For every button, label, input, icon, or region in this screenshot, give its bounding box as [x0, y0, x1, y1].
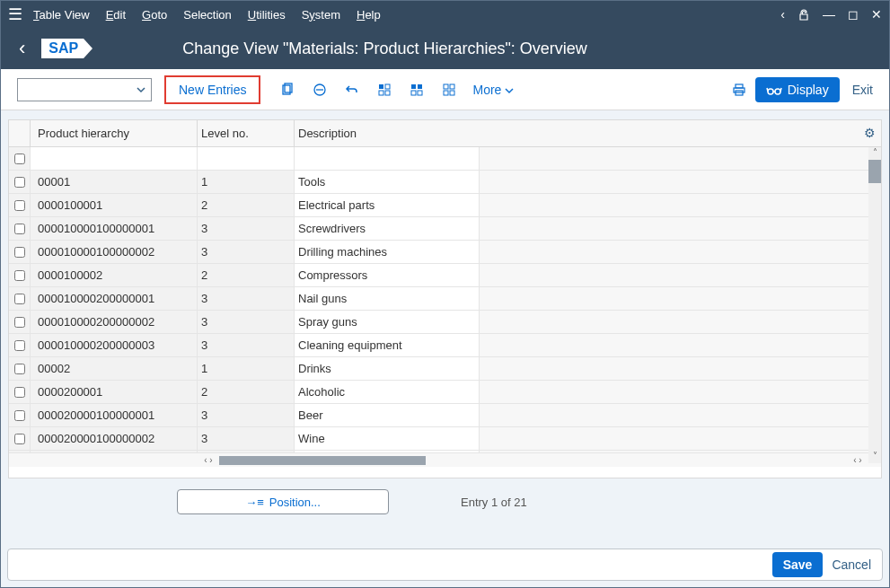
table-row[interactable]: 000021Drinks: [9, 357, 881, 381]
scroll-up-icon[interactable]: ˄: [868, 147, 881, 160]
cell-product-hierarchy[interactable]: 000020000100000001: [31, 404, 198, 427]
cancel-button[interactable]: Cancel: [832, 557, 871, 572]
table-row[interactable]: 00002000022Non-alcoholic: [9, 451, 881, 452]
cell-product-hierarchy[interactable]: 0000100001: [31, 194, 198, 217]
cell-description[interactable]: Tools: [295, 171, 480, 194]
hscroll-right-icon[interactable]: ‹ ›: [847, 455, 868, 465]
table-row[interactable]: 0000100001000000023Drilling machines: [9, 241, 881, 264]
cell-product-hierarchy[interactable]: 000010000200000001: [31, 287, 198, 311]
hscroll-left-icon[interactable]: ‹ ›: [198, 455, 219, 465]
cell-level-no[interactable]: 3: [198, 241, 295, 264]
menu-table-view[interactable]: Table View: [33, 8, 90, 22]
cell-description[interactable]: Nail guns: [295, 287, 480, 311]
row-checkbox[interactable]: [14, 294, 25, 304]
display-button[interactable]: Display: [755, 77, 840, 102]
deselect-all-icon[interactable]: [442, 83, 456, 97]
save-button[interactable]: Save: [772, 552, 824, 577]
menu-selection[interactable]: Selection: [183, 8, 231, 22]
cell-product-hierarchy[interactable]: 000010000200000002: [31, 311, 198, 334]
table-row[interactable]: 00002000012Alcoholic: [9, 381, 881, 404]
cell-level-no[interactable]: 1: [198, 357, 295, 381]
hamburger-icon[interactable]: ☰: [8, 4, 22, 24]
row-checkbox[interactable]: [14, 387, 25, 398]
cell-level-no[interactable]: 3: [198, 334, 295, 357]
table-row[interactable]: 0000100002000000033Cleaning equipment: [9, 334, 881, 357]
table-row[interactable]: 0000200001000000023Wine: [9, 427, 881, 451]
menu-goto[interactable]: Goto: [142, 8, 167, 22]
row-checkbox[interactable]: [14, 270, 25, 281]
row-checkbox[interactable]: [14, 154, 25, 164]
scroll-thumb[interactable]: [868, 160, 881, 183]
minimize-icon[interactable]: —: [823, 7, 835, 22]
scroll-down-icon[interactable]: ˅: [868, 451, 881, 463]
cell-product-hierarchy[interactable]: 0000200001: [31, 381, 198, 404]
col-header-level-no[interactable]: Level no.: [198, 120, 295, 146]
unlock-icon[interactable]: [797, 7, 810, 22]
table-row[interactable]: 0000100001000000013Screwdrivers: [9, 217, 881, 241]
menu-help[interactable]: Help: [357, 8, 381, 22]
more-dropdown[interactable]: More: [472, 83, 514, 97]
cell-product-hierarchy[interactable]: 0000200002: [31, 451, 198, 452]
cell-product-hierarchy[interactable]: 00001: [31, 171, 198, 194]
cell-description[interactable]: Compressors: [295, 264, 480, 287]
cell-level-no[interactable]: 3: [198, 404, 295, 427]
select-all-icon[interactable]: [377, 83, 392, 97]
cell-product-hierarchy[interactable]: 000020000100000002: [31, 427, 198, 451]
col-header-product-hierarchy[interactable]: Product hierarchy: [31, 120, 198, 146]
row-checkbox[interactable]: [14, 247, 25, 258]
hscroll-thumb[interactable]: [219, 456, 426, 465]
delete-icon[interactable]: [313, 83, 327, 97]
menu-system[interactable]: System: [302, 8, 340, 22]
gear-icon[interactable]: ⚙: [864, 126, 876, 140]
table-row[interactable]: 00001000022Compressors: [9, 264, 881, 287]
cell-description[interactable]: Spray guns: [295, 311, 480, 334]
cell-level-no[interactable]: 3: [198, 311, 295, 334]
row-checkbox[interactable]: [14, 317, 25, 328]
cell-description[interactable]: Beer: [295, 404, 480, 427]
maximize-icon[interactable]: ◻: [848, 7, 859, 22]
cell-level-no[interactable]: 3: [198, 217, 295, 241]
table-row[interactable]: 0000100002000000013Nail guns: [9, 287, 881, 311]
prev-icon[interactable]: ‹: [780, 7, 785, 22]
cell-description[interactable]: Drilling machines: [295, 241, 480, 264]
row-checkbox[interactable]: [14, 364, 25, 374]
copy-icon[interactable]: [280, 83, 295, 97]
cell-product-hierarchy[interactable]: 000010000200000003: [31, 334, 198, 357]
cell-description[interactable]: Drinks: [295, 357, 480, 381]
cell-description[interactable]: Screwdrivers: [295, 217, 480, 241]
cell-description[interactable]: Non-alcoholic: [295, 451, 480, 452]
cell-description[interactable]: Wine: [295, 427, 480, 451]
position-button[interactable]: →≡ Position...: [177, 489, 389, 514]
row-checkbox[interactable]: [14, 224, 25, 234]
print-icon[interactable]: [732, 83, 746, 97]
back-icon[interactable]: ‹: [19, 37, 25, 60]
row-checkbox[interactable]: [14, 177, 25, 188]
table-row[interactable]: 0000200001000000013Beer: [9, 404, 881, 427]
cell-level-no[interactable]: 2: [198, 194, 295, 217]
cell-level-no[interactable]: 2: [198, 381, 295, 404]
col-header-description[interactable]: Description: [295, 120, 480, 146]
cell-product-hierarchy[interactable]: 000010000100000002: [31, 241, 198, 264]
row-checkbox[interactable]: [14, 340, 25, 351]
cell-level-no[interactable]: 2: [198, 451, 295, 452]
menu-utilities[interactable]: Utilities: [248, 8, 286, 22]
select-block-icon[interactable]: [410, 83, 424, 97]
command-dropdown[interactable]: [17, 78, 152, 101]
cell-level-no[interactable]: 1: [198, 171, 295, 194]
table-row-empty[interactable]: [9, 147, 881, 171]
cell-level-no[interactable]: 2: [198, 264, 295, 287]
cell-level-no[interactable]: 3: [198, 427, 295, 451]
row-checkbox[interactable]: [14, 410, 25, 421]
cell-description[interactable]: Cleaning equipment: [295, 334, 480, 357]
cell-level-no[interactable]: 3: [198, 287, 295, 311]
close-icon[interactable]: ✕: [871, 7, 882, 22]
vertical-scrollbar[interactable]: ˄ ˅: [868, 147, 881, 463]
row-checkbox[interactable]: [14, 200, 25, 211]
cell-product-hierarchy[interactable]: 0000100002: [31, 264, 198, 287]
table-row[interactable]: 000011Tools: [9, 171, 881, 194]
cell-description[interactable]: Electrical parts: [295, 194, 480, 217]
cell-description[interactable]: Alcoholic: [295, 381, 480, 404]
cell-product-hierarchy[interactable]: 000010000100000001: [31, 217, 198, 241]
new-entries-button[interactable]: New Entries: [164, 75, 260, 104]
exit-button[interactable]: Exit: [852, 83, 873, 97]
